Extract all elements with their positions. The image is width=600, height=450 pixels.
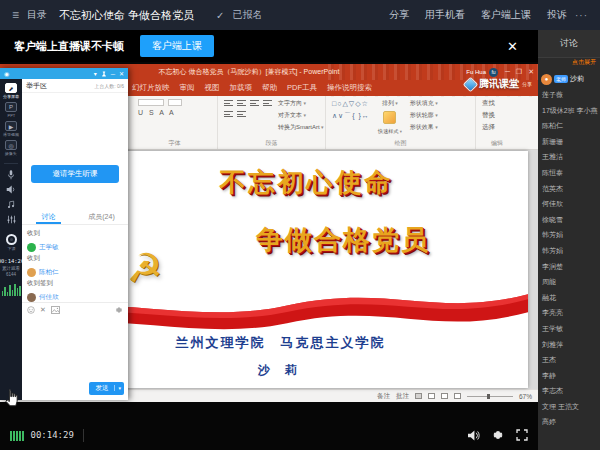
quick-style-button[interactable]: 快速样式 — [378, 128, 402, 136]
member-name[interactable]: 新珊珊 — [538, 134, 600, 150]
shape-gallery-row1[interactable]: □○△▽◇☆ — [332, 99, 370, 108]
end-class-button[interactable]: 下课 — [6, 234, 17, 251]
music-icon[interactable] — [6, 199, 17, 210]
shape-format-button[interactable]: 形状轮廓 — [410, 111, 438, 120]
minimize-icon[interactable]: ─ — [111, 71, 115, 77]
topbar-action-button[interactable]: 用手机看 — [425, 8, 465, 22]
align-left-icon[interactable] — [224, 99, 233, 107]
speaker-icon[interactable] — [6, 184, 17, 195]
sidebar-tool-PPT[interactable]: PPPT — [5, 102, 17, 118]
ribbon-tab[interactable]: 帮助 — [262, 83, 277, 93]
collapse-icon[interactable]: ▾ — [94, 70, 97, 77]
chat-sender-name[interactable]: 何佳欣 — [39, 293, 59, 302]
pin-icon[interactable] — [101, 71, 107, 77]
member-name[interactable]: 何佳欣 — [538, 196, 600, 212]
fullscreen-icon[interactable] — [516, 429, 528, 441]
tab-discussion[interactable]: 讨论 — [22, 209, 75, 224]
align-right-icon[interactable] — [250, 99, 259, 107]
minimize-icon[interactable]: ─ — [505, 68, 510, 76]
slide-sorter-view-icon[interactable] — [428, 393, 435, 399]
member-name[interactable]: 韩芳娟 — [538, 243, 600, 259]
image-icon[interactable] — [51, 306, 60, 314]
ribbon-tab[interactable]: 视图 — [205, 83, 220, 93]
member-name[interactable]: 陈恒泰 — [538, 165, 600, 181]
member-name[interactable]: 王学敏 — [538, 321, 600, 337]
sidebar-tool-播放视频[interactable]: ▶播放视频 — [2, 121, 20, 137]
member-name[interactable]: 王杰 — [538, 352, 600, 368]
mixer-icon[interactable] — [6, 214, 17, 225]
shape-format-button[interactable]: 形状填充 — [410, 99, 438, 108]
topbar-action-button[interactable]: 客户端上课 — [481, 8, 531, 22]
chat-input-area[interactable] — [22, 316, 128, 380]
member-name[interactable]: 高婷 — [538, 414, 600, 430]
account-avatar[interactable]: fu — [489, 68, 498, 77]
member-name[interactable]: 周能 — [538, 274, 600, 290]
chat-sender-name[interactable]: 王学敏 — [39, 243, 59, 252]
editing-button[interactable]: 替换 — [482, 111, 495, 120]
client-titlebar[interactable]: ◉ ▾ ─ ✕ — [0, 68, 128, 79]
paragraph-button[interactable]: 对齐文本 — [278, 111, 324, 120]
chat-sender-name[interactable]: 陈柏仁 — [39, 268, 59, 277]
member-name[interactable]: 融花 — [538, 290, 600, 306]
sidebar-tool-分享屏幕[interactable]: ⬈分享屏幕 — [2, 83, 20, 99]
more-menu-button[interactable]: ··· — [575, 10, 588, 21]
ribbon-tab[interactable]: 加载项 — [230, 83, 253, 93]
paragraph-button[interactable]: 转换为SmartArt — [278, 123, 324, 132]
expand-link[interactable]: 点击展开 — [538, 58, 600, 71]
font-style-buttons[interactable]: U S A A — [138, 109, 176, 116]
font-name-select[interactable] — [138, 99, 164, 106]
comments-button[interactable]: 批注 — [396, 392, 409, 401]
paragraph-button[interactable]: 文字方向 — [278, 99, 324, 108]
sidebar-tool-摄像头[interactable]: ◎摄像头 — [4, 140, 18, 156]
member-name[interactable]: 莲子薇 — [538, 87, 600, 103]
member-name[interactable]: 17级休2班 李小燕 — [538, 103, 600, 119]
member-name[interactable]: 李亮亮 — [538, 305, 600, 321]
member-name[interactable]: 李静 — [538, 368, 600, 384]
zoom-slider[interactable] — [467, 396, 513, 397]
open-client-button[interactable]: 客户端上课 — [140, 35, 214, 57]
editing-button[interactable]: 选择 — [482, 123, 495, 132]
member-name[interactable]: 范英杰 — [538, 181, 600, 197]
normal-view-icon[interactable] — [415, 393, 422, 399]
notes-button[interactable]: 备注 — [377, 392, 390, 401]
member-name[interactable]: 陈柏仁 — [538, 118, 600, 134]
shape-format-button[interactable]: 形状效果 — [410, 123, 438, 132]
microphone-icon[interactable] — [6, 169, 17, 180]
shape-gallery-row2[interactable]: ∧∨⌒{ }↔ — [332, 111, 370, 120]
bullet-list-icon[interactable] — [224, 110, 233, 118]
member-name[interactable]: 韩芳娟 — [538, 227, 600, 243]
teacher-row[interactable]: ● 老师 沙莉 — [538, 71, 600, 87]
menu-button[interactable]: 目录 — [27, 8, 47, 22]
justify-icon[interactable] — [263, 99, 272, 107]
ribbon-tab[interactable]: 操作说明搜索 — [327, 83, 372, 93]
member-name[interactable]: 刘雅萍 — [538, 337, 600, 353]
editing-button[interactable]: 查找 — [482, 99, 495, 108]
send-dropdown-icon[interactable]: ▾ — [114, 385, 124, 391]
ribbon-tab[interactable]: PDF工具 — [287, 83, 317, 93]
topbar-action-button[interactable]: 投诉 — [547, 8, 567, 22]
zoom-slider-knob[interactable] — [487, 394, 490, 399]
arrange-button[interactable]: 排列 — [382, 99, 398, 108]
chat-settings-gear-icon[interactable] — [115, 306, 123, 314]
restore-icon[interactable]: ❐ — [516, 68, 522, 76]
cut-icon[interactable]: ✕ — [40, 306, 46, 314]
zoom-level[interactable]: 67% — [519, 393, 532, 400]
member-name[interactable]: 李志杰 — [538, 383, 600, 399]
close-notice-icon[interactable]: ✕ — [507, 39, 518, 54]
align-center-icon[interactable] — [237, 99, 246, 107]
member-name[interactable]: 李润楚 — [538, 259, 600, 275]
close-icon[interactable]: ✕ — [119, 70, 124, 77]
account-name[interactable]: Fu Hua — [466, 69, 486, 75]
numbered-list-icon[interactable] — [237, 110, 246, 118]
slideshow-view-icon[interactable] — [454, 393, 461, 399]
close-icon[interactable]: ✕ — [528, 68, 534, 76]
tab-members[interactable]: 成员(24) — [75, 209, 128, 224]
reading-view-icon[interactable] — [441, 393, 448, 399]
quick-style-icon[interactable] — [383, 111, 396, 124]
hamburger-icon[interactable]: ≡ — [12, 8, 19, 22]
member-name[interactable]: 徐晓雪 — [538, 212, 600, 228]
send-button[interactable]: 发送 ▾ — [89, 382, 124, 395]
emoji-icon[interactable] — [27, 306, 35, 314]
invite-students-button[interactable]: 邀请学生听课 — [31, 165, 119, 183]
member-name[interactable]: 王雅洁 — [538, 149, 600, 165]
